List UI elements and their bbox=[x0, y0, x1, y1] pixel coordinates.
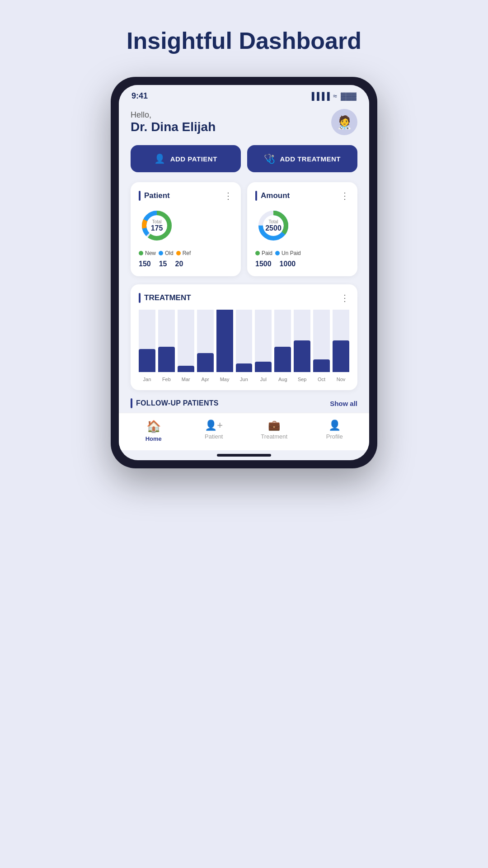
patient-donut-label: Total 175 bbox=[151, 219, 163, 232]
patient-card-header: Patient ⋮ bbox=[139, 190, 233, 201]
followup-header: FOLLOW-UP PATIENTS Show all bbox=[131, 398, 357, 413]
treatment-chart-title: TREATMENT bbox=[144, 293, 191, 302]
legend-unpaid-label: Un Paid bbox=[282, 250, 301, 256]
legend-old-dot bbox=[159, 251, 163, 255]
bar-fill-jan bbox=[139, 349, 155, 372]
legend-paid: Paid bbox=[255, 250, 272, 256]
bar-track-mar bbox=[178, 310, 194, 372]
bar-chart-inner: 55 Jan 60 Feb 15 Mar 45 Apr 150 bbox=[139, 310, 349, 382]
treatment-chart-menu[interactable]: ⋮ bbox=[340, 292, 349, 303]
bar-label-jun: Jun bbox=[240, 377, 248, 382]
signal-icon: ▐▐▐▐ bbox=[309, 92, 329, 100]
amount-paid-val: 1500 bbox=[255, 260, 272, 268]
amount-unpaid-val: 1000 bbox=[280, 260, 296, 268]
add-patient-label: ADD PATIENT bbox=[170, 155, 217, 163]
add-patient-button[interactable]: 👤 ADD PATIENT bbox=[131, 145, 241, 172]
patient-accent-bar bbox=[139, 191, 141, 201]
stats-row: Patient ⋮ bbox=[131, 182, 357, 276]
bar-label-oct: Oct bbox=[318, 377, 325, 382]
amount-card: Amount ⋮ bbox=[247, 182, 357, 276]
bar-track-jul bbox=[255, 310, 272, 372]
add-treatment-button[interactable]: 🩺 ADD TREATMENT bbox=[247, 145, 357, 172]
patient-card-title: Patient bbox=[144, 191, 170, 200]
followup-accent-bar bbox=[131, 398, 132, 408]
bar-fill-may bbox=[216, 310, 233, 372]
treatment-title-row: TREATMENT bbox=[139, 293, 191, 303]
phone-frame: 9:41 ▐▐▐▐ ≈ ▓▓▓ Hello, Dr. Dina Elijah 🧑… bbox=[111, 77, 377, 468]
page-title: Insightful Dashboard bbox=[127, 27, 361, 54]
bar-track-nov bbox=[333, 310, 349, 372]
amount-card-title: Amount bbox=[261, 191, 290, 200]
bar-group-may: 150 May bbox=[216, 310, 233, 382]
patient-total-text: Total bbox=[151, 219, 163, 224]
greeting-text: Hello, bbox=[131, 110, 216, 120]
nav-patient[interactable]: 👤+ Patient bbox=[198, 420, 230, 442]
bar-fill-nov bbox=[333, 340, 349, 372]
bar-group-feb: 60 Feb bbox=[158, 310, 175, 382]
bar-fill-jun bbox=[236, 363, 253, 372]
legend-old: Old bbox=[159, 250, 174, 256]
bar-group-sep: 75 Sep bbox=[294, 310, 310, 382]
bottom-nav: 🏠 Home 👤+ Patient 💼 Treatment 👤 Profile bbox=[119, 413, 369, 450]
bar-group-aug: 60 Aug bbox=[274, 310, 291, 382]
legend-old-label: Old bbox=[165, 250, 174, 256]
followup-title-row: FOLLOW-UP PATIENTS bbox=[131, 398, 219, 408]
bar-label-sep: Sep bbox=[298, 377, 307, 382]
screen-content: Hello, Dr. Dina Elijah 🧑‍⚕️ 👤 ADD PATIEN… bbox=[119, 104, 369, 413]
patient-stat-values: 150 15 20 bbox=[139, 260, 233, 268]
phone-screen: 9:41 ▐▐▐▐ ≈ ▓▓▓ Hello, Dr. Dina Elijah 🧑… bbox=[119, 85, 369, 460]
show-all-button[interactable]: Show all bbox=[330, 400, 357, 407]
bar-chart: 55 Jan 60 Feb 15 Mar 45 Apr 150 bbox=[139, 310, 349, 382]
patient-donut-section: Total 175 bbox=[139, 208, 233, 244]
bar-track-jun bbox=[236, 310, 253, 372]
bar-fill-jul bbox=[255, 362, 272, 372]
greeting-block: Hello, Dr. Dina Elijah bbox=[131, 110, 216, 134]
amount-card-menu[interactable]: ⋮ bbox=[340, 190, 349, 201]
bar-group-jun: 20 Jun bbox=[236, 310, 253, 382]
bar-fill-apr bbox=[197, 353, 214, 372]
patient-card: Patient ⋮ bbox=[131, 182, 241, 276]
patient-card-menu[interactable]: ⋮ bbox=[224, 190, 233, 201]
nav-home-label: Home bbox=[145, 435, 162, 442]
bar-track-jan bbox=[139, 310, 155, 372]
bar-label-mar: Mar bbox=[182, 377, 190, 382]
patient-nav-icon: 👤+ bbox=[205, 420, 223, 431]
bottom-indicator bbox=[217, 454, 271, 457]
legend-unpaid-dot bbox=[275, 251, 280, 255]
avatar[interactable]: 🧑‍⚕️ bbox=[331, 109, 357, 135]
bar-fill-aug bbox=[274, 347, 291, 372]
legend-ref-label: Ref bbox=[183, 250, 191, 256]
legend-new-label: New bbox=[145, 250, 156, 256]
treatment-nav-icon: 💼 bbox=[268, 420, 280, 431]
legend-ref: Ref bbox=[176, 250, 191, 256]
amount-donut: Total 2500 bbox=[255, 208, 291, 244]
amount-stat-values: 1500 1000 bbox=[255, 260, 349, 268]
patient-legend: New Old Ref bbox=[139, 250, 233, 256]
bar-fill-oct bbox=[313, 359, 330, 372]
nav-treatment[interactable]: 💼 Treatment bbox=[258, 420, 290, 442]
bar-label-apr: Apr bbox=[202, 377, 209, 382]
amount-donut-section: Total 2500 bbox=[255, 208, 349, 244]
bar-group-nov: 75 Nov bbox=[333, 310, 349, 382]
bar-track-apr bbox=[197, 310, 214, 372]
bar-group-jan: 55 Jan bbox=[139, 310, 155, 382]
nav-home[interactable]: 🏠 Home bbox=[138, 420, 169, 442]
bar-track-sep bbox=[294, 310, 310, 372]
status-time: 9:41 bbox=[131, 91, 148, 101]
treatment-accent-bar bbox=[139, 293, 141, 303]
status-bar: 9:41 ▐▐▐▐ ≈ ▓▓▓ bbox=[119, 85, 369, 104]
treatment-card-header: TREATMENT ⋮ bbox=[139, 292, 349, 303]
bar-label-feb: Feb bbox=[162, 377, 171, 382]
add-treatment-icon: 🩺 bbox=[264, 153, 276, 164]
bar-label-jul: Jul bbox=[260, 377, 267, 382]
patient-ref-val: 20 bbox=[175, 260, 183, 268]
followup-title: FOLLOW-UP PATIENTS bbox=[136, 399, 219, 407]
amount-card-title-row: Amount bbox=[255, 191, 290, 201]
nav-profile[interactable]: 👤 Profile bbox=[319, 420, 350, 442]
legend-new-dot bbox=[139, 251, 143, 255]
bar-fill-sep bbox=[294, 340, 310, 372]
patient-new-val: 150 bbox=[139, 260, 151, 268]
bar-label-aug: Aug bbox=[278, 377, 287, 382]
amount-card-header: Amount ⋮ bbox=[255, 190, 349, 201]
patient-donut: Total 175 bbox=[139, 208, 175, 244]
